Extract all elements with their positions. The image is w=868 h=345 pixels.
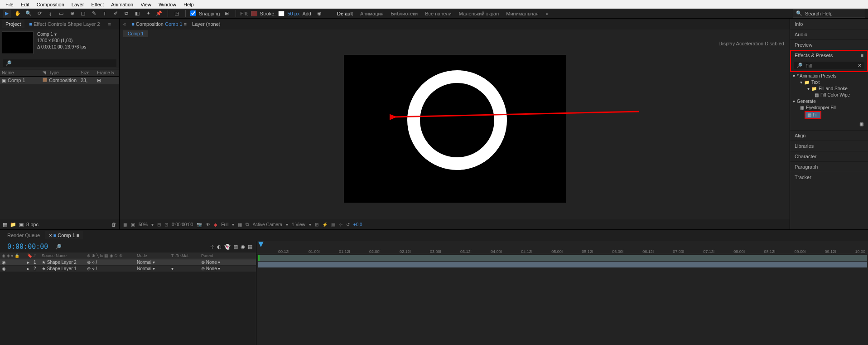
brush-tool-icon[interactable]: ✐ [111,10,120,18]
active-camera[interactable]: Active Camera [252,222,282,227]
playhead-icon[interactable] [258,242,264,247]
pixel-aspect-icon[interactable]: ⊞ [315,222,318,227]
menu-animation[interactable]: Animation [107,1,137,8]
workspace-all-panels[interactable]: Все панели [425,11,451,16]
tree-animation-presets[interactable]: ▾ * Animation Presets [793,73,865,79]
header-source-name[interactable]: Source Name [42,253,87,258]
workspace-minimal[interactable]: Минимальная [506,11,539,16]
camera-tool-icon[interactable]: ▭ [57,10,65,18]
workspace-default[interactable]: Default [337,11,353,16]
label-swatch[interactable] [43,78,47,82]
rotate-tool-icon[interactable]: ⤵ [46,10,54,18]
transparency-icon[interactable]: ▦ [238,222,242,227]
tab-project[interactable]: Project [2,20,24,28]
comp-mini-flowchart-icon[interactable]: ⊹ [210,244,214,250]
show-snapshot-icon[interactable]: 👁 [206,222,210,227]
timeline-icon[interactable]: ▤ [331,222,335,227]
menu-window[interactable]: Window [155,1,180,8]
panel-paragraph[interactable]: Paragraph [790,161,868,172]
current-time[interactable]: 0:00:00:00 [172,222,193,227]
selection-tool-icon[interactable]: ▶ [3,10,11,18]
grid-icon[interactable]: ▦ [123,222,127,227]
flowchart-icon[interactable]: ⊹ [339,222,342,227]
menu-help[interactable]: Help [180,1,198,8]
views-count[interactable]: 1 View [292,222,305,227]
timeline-layer-1[interactable]: ◉ ▸ 1 ★ Shape Layer 2 ⊛ ⋄ / Normal ▾ ⊚ N… [0,259,256,266]
tab-effect-controls[interactable]: ■ Effect Controls Shape Layer 2 [25,20,103,28]
res-icon[interactable]: ⊟ [157,222,161,227]
menu-edit[interactable]: Edit [17,1,33,8]
mask-icon[interactable]: ▣ [131,222,135,227]
layer-bar-2[interactable] [258,262,867,267]
comp-thumbnail[interactable] [2,31,34,54]
comp-breadcrumb[interactable]: Comp 1 [123,30,148,37]
timeline-ruler[interactable]: 00:12f01:00f01:12f02:00f02:12f03:00f03:1… [256,241,868,254]
header-parent[interactable]: Parent [201,253,213,258]
layer-bar-1[interactable] [258,255,867,261]
workspace-small-screen[interactable]: Маленький экран [459,11,499,16]
new-folder-icon[interactable]: 📁 [10,222,16,228]
type-tool-icon[interactable]: T [101,10,109,18]
header-name[interactable]: Name [2,70,43,75]
panel-align[interactable]: Align [790,130,868,141]
trash-icon[interactable]: 🗑 [111,222,116,227]
menu-file[interactable]: File [2,1,17,8]
exposure[interactable]: +0,0 [353,222,362,227]
header-tag-icon[interactable]: ◥ [43,70,49,75]
stroke-width[interactable]: 50 px [287,11,299,16]
tree-fill-color-wipe[interactable]: ▦ Fill Color Wipe [793,92,865,98]
frame-blend-icon[interactable]: ▧ [233,244,238,250]
tree-eyedropper-fill[interactable]: ▦ Eyedropper Fill [793,105,865,111]
clear-search-icon[interactable]: ✕ [858,63,862,68]
panel-libraries[interactable]: Libraries [790,141,868,151]
effects-presets-title[interactable]: Effects & Presets [795,53,833,58]
workspace-libraries[interactable]: Библиотеки [391,11,418,16]
zoom-tool-icon[interactable]: 🔍 [24,10,33,18]
draft3d-icon[interactable]: ◐ [217,244,222,250]
roto-tool-icon[interactable]: ✦ [144,10,152,18]
panel-character[interactable]: Character [790,151,868,161]
project-item-row[interactable]: ▣ Comp 1 Composition 23, ⊞ [0,77,119,84]
search-help[interactable]: 🔍 Search Help [793,9,865,18]
zoom-level[interactable]: 50% [139,222,148,227]
timeline-layer-2[interactable]: ◉ ▸ 2 ★ Shape Layer 1 ⊛ ⋄ / Normal ▾ ▾ ⊚… [0,266,256,272]
header-trkmat[interactable]: T .TrkMat [171,253,201,258]
timeline-tracks[interactable] [256,254,868,345]
panel-audio[interactable]: Audio [790,29,868,39]
tab-layer[interactable]: Layer (none) [192,21,220,27]
interpret-footage-icon[interactable]: ▦ [3,222,7,228]
menu-effect[interactable]: Effect [87,1,107,8]
roi-icon[interactable]: ⊡ [164,222,168,227]
fast-preview-icon[interactable]: ⚡ [322,222,328,227]
tree-fill-effect[interactable]: ▦ Fill [805,111,821,119]
tree-fill-and-stroke[interactable]: ▾ 📁 Fill and Stroke [793,86,865,92]
puppet-tool-icon[interactable]: 📌 [155,10,163,18]
composition-canvas[interactable] [344,55,566,203]
stroke-swatch[interactable] [278,11,285,16]
tree-generate[interactable]: ▾ Generate [793,98,865,105]
new-comp-icon[interactable]: ▣ [19,222,24,228]
menu-composition[interactable]: Composition [33,1,68,8]
resolution[interactable]: Full [221,222,228,227]
bpc-label[interactable]: 8 bpc [26,222,39,227]
orbit-tool-icon[interactable]: ⟳ [35,10,43,18]
timeline-search-icon[interactable]: 🔎 [55,244,62,250]
hand-tool-icon[interactable]: ✋ [14,10,22,18]
prev-icon[interactable]: « [123,21,126,27]
timeline-current-time[interactable]: 0:00:00:00 [4,241,52,253]
fill-swatch[interactable] [251,11,257,16]
panel-tracker[interactable]: Tracker [790,172,868,182]
tab-composition[interactable]: ■ Composition Comp 1 ≡ [131,21,187,27]
tab-render-queue[interactable]: Render Queue [4,231,43,239]
workspace-overflow-icon[interactable]: » [546,11,549,16]
menu-layer[interactable]: Layer [68,1,88,8]
composition-viewer[interactable]: Display Acceleration Disabled [120,38,790,219]
new-bin-icon[interactable]: ▣ [793,119,865,129]
snap-option-icon[interactable]: ⊞ [223,10,231,18]
tree-text[interactable]: ▾ 📁 Text [793,79,865,86]
eraser-tool-icon[interactable]: ◧ [133,10,141,18]
header-type[interactable]: Type [49,70,81,75]
3d-icon[interactable]: ⧉ [246,222,249,227]
panel-menu-icon[interactable]: ≡ [105,20,115,28]
tab-timeline-comp[interactable]: × ■ Comp 1 ≡ [45,231,83,239]
